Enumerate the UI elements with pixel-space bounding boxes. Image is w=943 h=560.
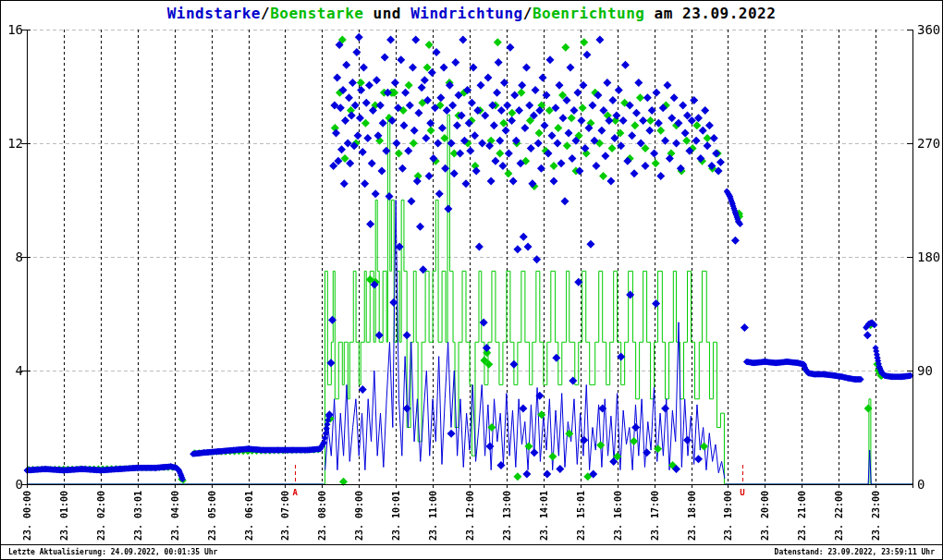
y-right-tick-label: 90 <box>917 364 933 377</box>
x-tick-label: 23. 02:00 <box>95 491 105 541</box>
x-tick-label: 23. 21:00 <box>797 491 807 541</box>
x-tick-label: 23. 05:00 <box>206 491 216 541</box>
x-tick-label: 23. 22:00 <box>834 491 844 541</box>
x-tick-label: 23. 18:00 <box>686 491 696 541</box>
x-tick-label: 23. 19:00 <box>723 491 733 541</box>
weather-chart-page: { "title": { "segments": [ {"text": "Win… <box>0 0 943 560</box>
y-right-tick-label: 0 <box>917 478 925 491</box>
x-tick-label: 23. 13:00 <box>501 491 511 541</box>
sun-marker-A: A <box>292 488 297 497</box>
x-tick-label: 23. 09:00 <box>354 491 364 541</box>
x-tick-label: 23. 16:00 <box>612 491 622 541</box>
x-tick-label: 23. 23:00 <box>871 491 881 541</box>
footer-separator <box>1 544 943 545</box>
y-left-tick-label: 4 <box>1 364 23 377</box>
y-right-tick-label: 270 <box>917 137 940 150</box>
x-tick-label: 23. 11:00 <box>428 491 438 541</box>
x-tick-label: 23. 04:00 <box>169 491 179 541</box>
x-tick-label: 23. 00:00 <box>22 491 32 541</box>
x-tick-label: 23. 14:01 <box>538 491 548 541</box>
y-left-tick-label: 16 <box>1 23 23 36</box>
x-tick-label: 23. 07:00 <box>280 491 290 541</box>
y-left-tick-label: 8 <box>1 250 23 263</box>
last-update-text: Letzte Aktualisierung: 24.09.2022, 00:01… <box>8 548 217 556</box>
x-tick-label: 23. 10:01 <box>391 491 401 541</box>
x-tick-label: 23. 01:00 <box>58 491 68 541</box>
x-tick-label: 23. 15:01 <box>575 491 585 541</box>
y-left-tick-label: 12 <box>1 137 23 150</box>
y-right-tick-label: 180 <box>917 250 940 263</box>
x-tick-label: 23. 17:00 <box>649 491 659 541</box>
x-tick-label: 23. 03:01 <box>132 491 142 541</box>
x-tick-label: 23. 08:00 <box>317 491 327 541</box>
sun-marker-U: U <box>740 488 744 497</box>
y-right-tick-label: 360 <box>917 23 940 36</box>
x-tick-label: 23. 06:01 <box>243 491 253 541</box>
x-tick-label: 23. 12:00 <box>465 491 475 541</box>
wind-chart-canvas <box>1 1 943 560</box>
y-left-tick-label: 0 <box>1 478 23 491</box>
data-timestamp-text: Datenstand: 23.09.2022, 23:59:11 Uhr <box>775 548 935 556</box>
x-tick-label: 23. 20:00 <box>760 491 770 541</box>
